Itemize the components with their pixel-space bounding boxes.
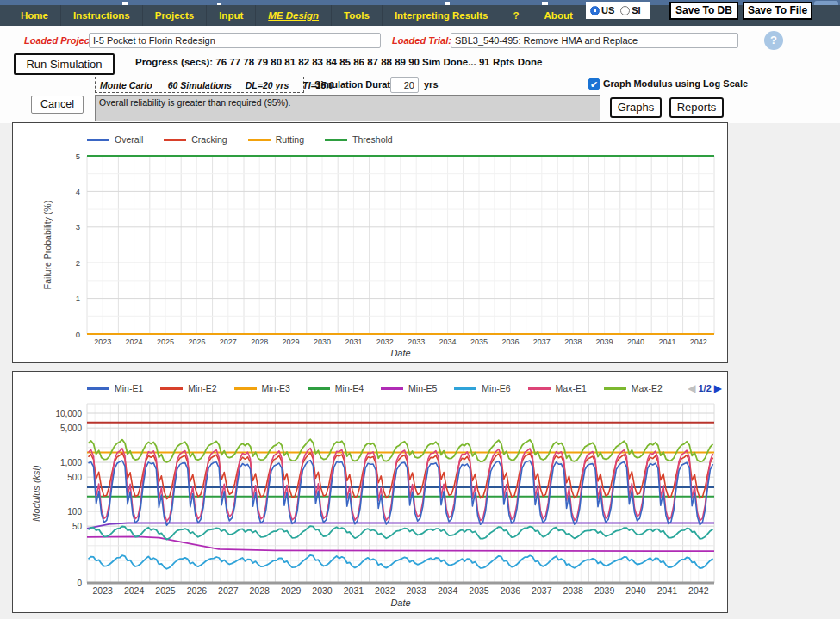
legend-label: Min-E1 (115, 383, 143, 393)
save-to-file-button[interactable]: Save To File (743, 2, 812, 20)
graphs-button[interactable]: Graphs (610, 97, 662, 118)
nav-item-tools[interactable]: Tools (331, 5, 382, 26)
legend-swatch-icon (325, 139, 347, 141)
legend-item-min-e4: Min-E4 (308, 383, 364, 393)
loaded-project-input[interactable] (89, 33, 381, 48)
save-to-db-button[interactable]: Save To DB (669, 2, 738, 20)
svg-text:2029: 2029 (281, 585, 302, 596)
svg-text:2030: 2030 (314, 337, 331, 346)
si-radio-label[interactable]: SI (632, 5, 640, 15)
log-scale-checkbox[interactable]: ✔ (588, 78, 600, 90)
failure-probability-chart: OverallCrackingRuttingThreshold 01234520… (12, 122, 728, 363)
us-radio-label[interactable]: US (601, 5, 614, 15)
svg-text:2040: 2040 (625, 585, 646, 596)
mc-mode: Monte Carlo (100, 80, 152, 90)
legend-item-min-e6: Min-E6 (454, 383, 510, 393)
svg-text:2027: 2027 (218, 585, 239, 596)
legend-swatch-icon (164, 139, 186, 141)
loaded-project-label: Loaded Project: (24, 35, 96, 46)
svg-text:2040: 2040 (627, 337, 644, 346)
svg-text:2025: 2025 (157, 337, 174, 346)
nav-item-home[interactable]: Home (9, 5, 60, 26)
svg-text:5,000: 5,000 (60, 424, 82, 433)
svg-text:0: 0 (76, 330, 80, 339)
svg-text:2031: 2031 (344, 585, 364, 596)
pager-next-icon[interactable]: ▶ (714, 382, 722, 394)
nav-item-input[interactable]: Input (206, 5, 255, 26)
svg-text:2033: 2033 (408, 337, 425, 346)
legend-label: Min-E2 (188, 383, 216, 393)
svg-text:2035: 2035 (470, 337, 488, 346)
legend-label: Min-E5 (408, 383, 437, 393)
us-radio[interactable] (590, 6, 600, 15)
svg-text:2039: 2039 (594, 585, 615, 596)
svg-text:2038: 2038 (564, 337, 582, 346)
svg-text:2028: 2028 (250, 585, 271, 596)
svg-text:1: 1 (76, 294, 80, 303)
legend-label: Max-E1 (556, 383, 587, 393)
legend-swatch-icon (248, 139, 271, 141)
run-simulation-button[interactable]: Run Simulation (14, 53, 115, 75)
log-scale-checkbox-label[interactable]: Graph Modulus using Log Scale (603, 78, 748, 89)
nav-item-about[interactable]: About (532, 5, 585, 26)
legend-item-min-e3: Min-E3 (234, 383, 290, 393)
svg-text:2037: 2037 (532, 585, 552, 596)
legend-label: Overall (115, 134, 143, 145)
nav-item-me-design[interactable]: ME Design (255, 5, 331, 26)
legend-item-min-e1: Min-E1 (87, 383, 143, 393)
nav-item-interpreting-results[interactable]: Interpreting Results (382, 5, 501, 26)
help-icon[interactable]: ? (764, 31, 783, 50)
chart2-plot: 10,0005,0001,000500100500202320242025202… (13, 372, 727, 612)
legend-item-cracking: Cracking (164, 134, 227, 145)
svg-text:2033: 2033 (407, 585, 427, 596)
svg-text:2036: 2036 (501, 337, 519, 346)
legend-label: Min-E3 (262, 383, 290, 393)
svg-text:2041: 2041 (658, 337, 675, 346)
legend-label: Min-E6 (482, 383, 510, 393)
svg-text:2: 2 (76, 258, 80, 268)
svg-text:2042: 2042 (690, 337, 707, 346)
svg-text:2023: 2023 (94, 337, 111, 346)
svg-text:2037: 2037 (533, 337, 551, 346)
legend-swatch-icon (604, 387, 626, 390)
svg-text:2038: 2038 (563, 585, 584, 596)
legend-item-min-e5: Min-E5 (381, 383, 437, 393)
cancel-button[interactable]: Cancel (31, 96, 84, 114)
legend-label: Cracking (191, 134, 227, 145)
legend-item-rutting: Rutting (248, 134, 304, 145)
svg-text:50: 50 (72, 522, 83, 531)
legend-item-threshold: Threshold (325, 134, 393, 145)
svg-text:2024: 2024 (126, 337, 143, 346)
legend-label: Max-E2 (632, 383, 663, 393)
svg-text:2032: 2032 (376, 337, 394, 346)
svg-text:2034: 2034 (438, 585, 458, 596)
mc-dl: DL=20 yrs (246, 80, 289, 90)
mc-sims: 60 Simulations (168, 80, 232, 90)
svg-text:2026: 2026 (188, 337, 205, 346)
nav-item-projects[interactable]: Projects (142, 5, 206, 26)
units-toggle: US SI (586, 2, 650, 19)
nav-item-instructions[interactable]: Instructions (60, 5, 142, 26)
legend-swatch-icon (381, 387, 403, 390)
svg-text:Date: Date (390, 348, 410, 358)
svg-text:2035: 2035 (469, 585, 489, 596)
chart1-legend: OverallCrackingRuttingThreshold (87, 134, 414, 145)
legend-label: Threshold (352, 134, 393, 145)
svg-text:2034: 2034 (439, 337, 457, 346)
svg-text:2036: 2036 (501, 585, 521, 596)
loaded-trial-input[interactable] (451, 33, 738, 48)
svg-text:2030: 2030 (312, 585, 333, 596)
reports-button[interactable]: Reports (669, 97, 724, 118)
svg-text:2032: 2032 (375, 585, 395, 596)
svg-text:Failure Probability (%): Failure Probability (%) (42, 201, 53, 289)
svg-text:Modulus (ksi): Modulus (ksi) (31, 465, 41, 522)
modulus-chart: Min-E1Min-E2Min-E3Min-E4Min-E5Min-E6Max-… (12, 371, 728, 613)
monte-carlo-summary: Monte Carlo 60 Simulations DL=20 yrs TI=… (95, 77, 304, 93)
svg-text:2031: 2031 (345, 337, 362, 346)
app-window: HomeInstructionsProjectsInputME DesignTo… (0, 0, 840, 619)
nav-items: HomeInstructionsProjectsInputME DesignTo… (9, 5, 585, 26)
pager-prev-icon[interactable]: ◀ (688, 382, 695, 394)
si-radio[interactable] (620, 6, 630, 15)
nav-item--[interactable]: ? (501, 5, 532, 26)
simulation-duration-input[interactable] (390, 77, 419, 93)
